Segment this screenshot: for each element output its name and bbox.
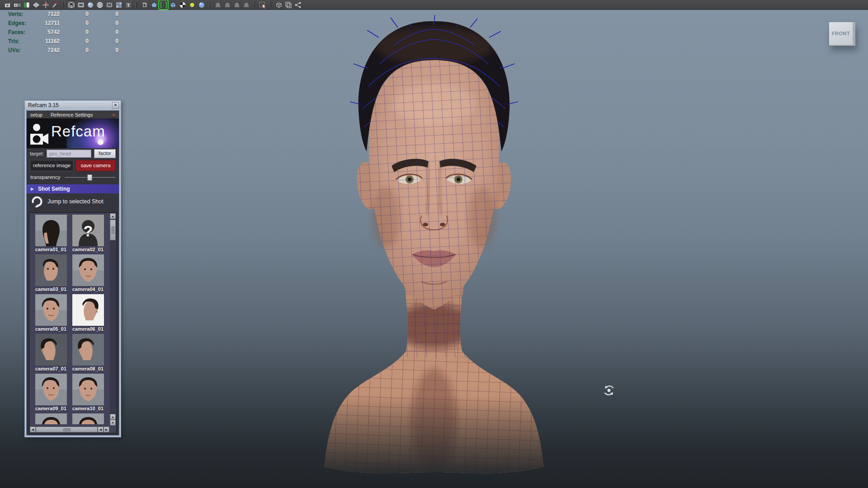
share-icon[interactable] [293,0,302,9]
shot-setting-header[interactable]: ▶ Shot Setting [27,184,119,193]
camera-thumbnail-image[interactable] [35,254,67,286]
locator-icon[interactable] [41,0,50,9]
vertical-scroll-thumb[interactable] [110,220,116,240]
camera-thumbnail-item[interactable]: ?camera02_01 [72,215,104,254]
menu-item-setup[interactable]: setup [30,112,42,117]
menu-item-reference-settings[interactable]: Reference Settings [51,112,93,117]
camera-thumbnail-image[interactable] [72,413,104,424]
reference-image-button[interactable]: reference image [30,160,74,171]
horizontal-scroll-thumb[interactable] [36,427,98,432]
menu-overflow-icon[interactable]: » [112,112,115,118]
camera-thumbnail-image[interactable] [72,374,104,405]
viewcube-front-face[interactable]: FRONT [829,22,855,46]
sphere-shaded-icon[interactable] [86,0,94,9]
film-gate-icon[interactable] [76,0,85,9]
maya-viewport-screen: T [0,0,868,488]
sphere-wire-icon[interactable] [95,0,104,9]
camera-thumbnail-label: camera06_01 [71,326,106,333]
slider-handle[interactable] [87,174,92,181]
vertical-scrollbar[interactable]: ▲ ▲ ▼ [110,213,116,426]
transparency-label: transparency [30,174,60,180]
hud-stat-value: 0 [68,47,89,53]
cube-outline-icon[interactable] [274,0,283,9]
transparency-slider[interactable] [65,174,115,180]
scroll-up-icon[interactable]: ▲ [110,213,116,219]
ghost-head-4-icon[interactable] [242,0,250,9]
camera-thumbnail-image[interactable] [72,294,104,326]
model-3d-head [285,14,583,475]
panes-icon[interactable] [284,0,292,9]
jump-to-shot-row[interactable]: Jump to selected Shot [27,193,119,210]
hud-stat-value: 7122 [18,11,60,17]
xray-icon[interactable] [105,0,113,9]
hud-row: Tris:1116200 [0,38,136,47]
select-tool-icon[interactable] [258,0,267,9]
scroll-down-icon[interactable]: ▼ [110,420,116,426]
hud-stat-value: 0 [98,11,118,17]
scroll-up-icon[interactable]: ▲ [110,414,116,420]
uv-grid-icon[interactable] [114,0,123,9]
brush-icon[interactable] [51,0,59,9]
viewport-3d[interactable]: FRONT [0,10,868,488]
horizontal-scrollbar[interactable]: ◀ ◀ ▶ [30,427,109,432]
camera-thumbnail-image[interactable] [35,374,67,405]
cube-shaded-icon[interactable] [150,0,158,9]
camera-thumbnail-image[interactable] [35,294,67,326]
refcam-logo-dot [98,139,104,145]
camera-thumbnail-image[interactable] [35,413,67,424]
refcam-menubar: setup Reference Settings » [27,111,119,118]
refcam-window-title: Refcam 3.15 [28,102,112,108]
scroll-left-icon[interactable]: ◀ [30,427,36,432]
svg-text:?: ? [83,222,93,239]
scroll-left-icon[interactable]: ◀ [98,427,104,432]
camera-thumbnail-item[interactable] [72,413,104,424]
ghost-head-3-icon[interactable] [232,0,241,9]
camera-thumbnail-image[interactable]: ? [72,215,104,246]
camera-thumbnail-image[interactable] [35,215,67,246]
ghost-head-2-icon[interactable] [223,0,231,9]
hud-stat-value: 0 [98,38,118,44]
hud-row: Verts:712200 [0,11,136,20]
camera-thumbnail-item[interactable]: camera01_01 [35,215,67,254]
texture-t-icon[interactable]: T [124,0,132,9]
book-icon[interactable] [22,0,31,9]
camera-thumbnail-label: camera09_01 [33,405,69,412]
camera-thumbnail-item[interactable]: camera05_01 [35,294,67,334]
camera-thumbnail-label: camera04_01 [71,286,106,293]
camera-thumbnail-item[interactable]: camera10_01 [72,374,104,413]
camera-list-icon[interactable] [13,0,21,9]
image-plane-icon[interactable] [32,0,40,9]
ghost-head-1-icon[interactable] [213,0,222,9]
factor-button[interactable]: factor [94,149,116,158]
camera-flash-icon[interactable] [3,0,12,9]
cube-wire-icon[interactable] [140,0,149,9]
camera-thumbnail-item[interactable]: camera09_01 [35,374,67,413]
camera-thumbnail-item[interactable]: camera04_01 [72,254,104,294]
hud-stat-value: 0 [98,20,118,26]
viewcube-icon[interactable] [67,0,75,9]
camera-thumbnail-image[interactable] [72,254,104,286]
toolbar-separator [254,2,255,8]
camera-thumbnail-image[interactable] [35,334,67,366]
camera-thumbnail-image[interactable] [72,334,104,366]
cube-textured-icon[interactable] [169,0,177,9]
refcam-titlebar[interactable]: Refcam 3.15 × [25,101,121,110]
material-sphere-icon[interactable] [197,0,206,9]
camera-thumbnail-item[interactable]: camera07_01 [35,334,67,374]
close-icon[interactable]: × [112,102,119,108]
camera-bracket-icon[interactable] [159,0,168,9]
camera-thumbnail-item[interactable]: camera08_01 [72,334,104,374]
camera-thumbnail-item[interactable] [35,413,67,424]
camera-thumbnail-item[interactable]: camera03_01 [35,254,67,294]
hud-stat-value: 0 [98,29,118,35]
poly-count-hud: Verts:712200Edges:1271100Faces:574200Tri… [0,11,136,56]
scroll-right-icon[interactable]: ▶ [104,427,109,432]
default-light-icon[interactable] [188,0,196,9]
target-input[interactable]: geo_head [47,150,91,158]
expand-arrow-icon: ▶ [31,187,34,191]
camera-thumbnail-item[interactable]: camera06_01 [72,294,104,334]
action-buttons-row: reference image save camera [27,159,119,172]
save-camera-button[interactable]: save camera [75,160,116,171]
checker-icon[interactable] [178,0,187,9]
hud-stat-value: 7242 [18,47,60,53]
